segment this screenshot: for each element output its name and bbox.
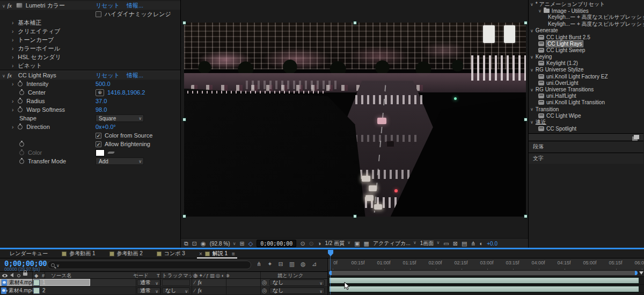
region-of-interest-icon[interactable]: ▣ (354, 240, 360, 247)
character-panel-header[interactable]: 文字 (529, 153, 643, 164)
exposure-reset-icon[interactable]: ◐ (480, 240, 484, 247)
effect-item[interactable]: CC Light Sweep (529, 47, 643, 53)
grid-guides-icon[interactable]: ⊞ (239, 240, 244, 247)
stopwatch-icon[interactable] (19, 142, 24, 147)
trackmatte-dropdown[interactable]: なし (162, 287, 190, 294)
magnification-dropdown[interactable]: (92.8 %) (210, 241, 236, 247)
parent-pickwhip-icon[interactable]: ◎ (262, 279, 267, 285)
group-tone-curve[interactable]: トーンカーブ (0, 35, 180, 44)
reset-link[interactable]: リセット (96, 2, 120, 10)
chevron-down-icon[interactable] (2, 73, 5, 78)
effect-item[interactable]: uni.OverLight (529, 80, 643, 86)
chevron-down-icon[interactable] (530, 67, 533, 73)
chevron-right-icon[interactable] (12, 124, 13, 130)
group-creative[interactable]: クリエイティブ (0, 27, 180, 35)
chevron-right-icon[interactable] (12, 46, 13, 52)
color-from-source-checkbox[interactable] (96, 133, 101, 139)
chevron-down-icon[interactable] (2, 3, 5, 9)
chevron-right-icon[interactable] (12, 20, 13, 26)
tab-comp-ref2[interactable]: 参考動画 2 (109, 249, 143, 258)
layer-expander[interactable] (28, 289, 30, 294)
viewer-timecode[interactable]: 0;00;00;00 (257, 240, 296, 247)
tab-kaisetsu1-active[interactable]: ×解説 1≡ (199, 249, 235, 258)
stopwatch-icon[interactable] (18, 99, 23, 104)
stopwatch-icon[interactable] (18, 107, 23, 112)
fast-preview-icon[interactable]: ⊠ (453, 240, 458, 247)
monitor-icon[interactable]: ⊡ (192, 240, 197, 247)
parent-pickwhip-icon[interactable]: ◎ (262, 287, 267, 293)
composition-video-frame[interactable] (184, 23, 526, 217)
chevron-down-icon[interactable] (538, 8, 541, 13)
3d-view-dropdown[interactable]: アクティブカ... (373, 240, 416, 247)
new-preset-icon[interactable] (634, 135, 639, 139)
stopwatch-icon[interactable] (19, 159, 24, 164)
category-rg-transitions[interactable]: RG Universe Transitions (529, 86, 643, 92)
layer-expander[interactable] (28, 280, 30, 286)
parent-dropdown[interactable]: なし (269, 287, 325, 294)
chevron-right-icon[interactable] (12, 37, 13, 43)
center-value[interactable]: 1416.8,1906.2 (107, 89, 145, 96)
effect-item[interactable]: uni.Knoll Light Transition (529, 99, 643, 106)
layer-handle-bottom-left[interactable] (182, 214, 186, 218)
category-transition[interactable]: Transition (529, 106, 643, 112)
chevron-down-icon[interactable] (530, 106, 533, 112)
chevron-right-icon[interactable] (12, 107, 13, 113)
mask-visibility-icon[interactable]: ◇ (248, 240, 253, 247)
center-point-button[interactable]: ⊕ (96, 89, 104, 96)
show-channel-icon[interactable]: ◑ (318, 240, 321, 247)
draft-3d-icon[interactable]: ✦ (267, 261, 272, 268)
category-generate[interactable]: Generate (529, 27, 643, 34)
chevron-down-icon[interactable] (530, 28, 533, 33)
info-link[interactable]: 情報... (127, 71, 143, 80)
quality-switch[interactable]: ∕ (194, 279, 195, 285)
layer-1-duration-bar[interactable] (329, 277, 639, 284)
tab-comp3[interactable]: コンポ 3 (157, 249, 185, 258)
radius-value[interactable]: 37.0 (96, 98, 107, 104)
timeline-navigator[interactable] (328, 270, 644, 277)
group-basic-correction[interactable]: 基本補正 (0, 18, 180, 27)
always-preview-icon[interactable]: ◉ (201, 240, 206, 247)
effect-header-cc-light-rays[interactable]: fx CC Light Rays リセット 情報... (0, 71, 180, 80)
show-snapshot-icon[interactable]: ⊙ (309, 240, 314, 247)
category-keying[interactable]: Keying (529, 54, 643, 60)
trackmatte-t-header[interactable]: T (157, 272, 160, 278)
group-color-wheel[interactable]: カラーホイール (0, 44, 180, 53)
layer-handle-mid-left[interactable] (182, 118, 186, 121)
effect-item[interactable]: CC Spotlight (529, 126, 643, 132)
reset-link[interactable]: リセット (96, 71, 120, 80)
video-column-icon[interactable] (2, 274, 8, 277)
layer-handle-top-left[interactable] (182, 21, 186, 25)
trackmatte-empty-cell[interactable] (162, 279, 190, 286)
intensity-value[interactable]: 500.0 (96, 81, 111, 87)
layers-stack-icon[interactable]: ⧉ (184, 240, 188, 247)
layer-row-2[interactable]: 2 素材4.mp4 通常 なし ∕fx ◎ なし (0, 287, 327, 295)
chevron-right-icon[interactable] (12, 98, 13, 104)
parent-dropdown[interactable]: なし (269, 279, 325, 286)
chevron-down-icon[interactable] (530, 119, 533, 125)
blend-mode-dropdown[interactable]: 通常 (137, 287, 160, 294)
layer-label-color[interactable] (33, 279, 40, 286)
tab-comp-ref1[interactable]: 参考動画 1 (62, 249, 95, 258)
preset-item[interactable]: Keyligh...ー + 高度なスピルサプレッション (529, 21, 643, 27)
layer-handle-mid-right[interactable] (524, 118, 528, 121)
work-area-bar[interactable] (329, 271, 638, 275)
group-vignette[interactable]: ビネット (0, 61, 180, 70)
chevron-down-icon[interactable] (530, 2, 533, 7)
exposure-value[interactable]: +0.0 (487, 241, 497, 247)
lock-column-icon[interactable] (23, 272, 27, 276)
preset-root[interactable]: * アニメーションプリセット (529, 1, 643, 8)
graph-editor-icon[interactable]: ⊿ (312, 261, 317, 268)
resolution-dropdown[interactable]: 1/2 画質 (325, 240, 350, 247)
layer-handle-bottom-center[interactable] (353, 214, 357, 218)
mini-flowchart-icon[interactable]: ⋔ (257, 261, 261, 268)
chevron-down-icon[interactable] (530, 54, 533, 60)
panel-menu-icon[interactable]: ≡ (232, 251, 235, 257)
flowchart-icon[interactable]: ⋔ (471, 240, 475, 247)
paragraph-panel-header[interactable]: 段落 (529, 141, 643, 152)
layer-label-color[interactable] (33, 287, 40, 294)
effect-name[interactable]: CC Light Rays (18, 72, 56, 78)
effect-item[interactable]: CC Light Burst 2.5 (529, 34, 643, 40)
layer-2-duration-bar[interactable] (329, 286, 639, 292)
audio-column-icon[interactable] (10, 273, 13, 277)
layer-handle-top-right[interactable] (524, 21, 528, 25)
